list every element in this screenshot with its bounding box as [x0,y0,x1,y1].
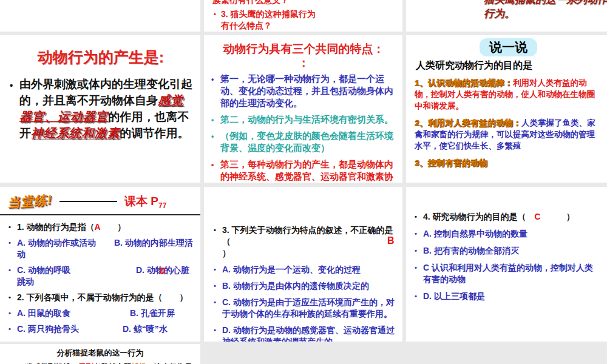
question-2-options-cd: C. 两只狗抢骨头D. 鲸“喷”水 [7,323,194,335]
feature-2-example: （例如，变色龙皮肤的颜色会随着生活环境背景、温度的变化而改变） [210,130,398,154]
slide-three-features[interactable]: 动物行为具有三个共同的特点： ： 第一，无论哪一种动物行为，都是一个运动、变化的… [204,35,402,183]
slide-title: 动物行为的产生是: [7,47,194,67]
option-b: B. 孔雀开屏 [130,308,175,318]
slide-quiz-1-2[interactable]: 当堂练! 课本 P77 1. 动物的行为是指（A ） A. 动物的动作或活动B.… [0,187,200,342]
option-d: D. 鲸“喷”水 [123,324,168,334]
purpose-item-1-head: 1、认识动物的活动规律： [415,78,513,87]
origin-seg3: 的调节作用。 [120,127,189,140]
slide-thumb-owl-questions[interactable]: 族繁衍有什么意义？ 3. 猫头鹰的这种捕鼠行为 有什么特点？ [204,0,402,32]
feature-1: 第一，无论哪一种动物行为，都是一个运动、变化的动态过程，并且包括动物身体内部的生… [210,73,398,109]
textbook-page-ref: 课本 P77 [124,194,166,210]
option-b: B. 动物行为是由体内的遗传物质决定的 [212,280,395,292]
option-c: C. 两只狗抢骨头 [17,324,79,334]
question-2: 2. 下列各项中，不属于动物行为的是（ ） [7,292,194,303]
question-2-options-ab: A. 田鼠的取食B. 孔雀开屏 [7,308,194,319]
question-3-line: 3. 猫头鹰的这种捕鼠行为 [212,8,402,20]
slide-research-purpose[interactable]: 说一说 人类研究动物行为的目的是 1、认识动物的活动规律：利用对人类有益的动物，… [406,35,607,183]
option-d: D. 以上三项都是 [413,291,601,302]
purpose-item-2: 2、利用对人类有益的动物：人类掌握了鱼类、家禽和家畜的行为规律，可以提高对这些动… [415,117,602,152]
slide-grid: 族繁衍有什么意义？ 3. 猫头鹰的这种捕鼠行为 有什么特点？ 猫头鹰捕鼠的这一系… [0,0,607,364]
question-4: 4. 研究动物行为的目的是（ C ） [413,211,601,223]
option-a: A. 控制自然界中动物的数量 [413,228,601,240]
cut-text-line: 猫头鹰捕鼠的这一系列动作都是动物 [484,0,607,7]
cut-text-line: 族繁衍有什么意义？ [212,0,402,6]
slide-thumb-owl-conclusion[interactable]: 猫头鹰捕鼠的这一系列动作都是动物 行为。 [406,0,607,32]
option-c: C 认识和利用对人类有益的动物，控制对人类有害的动物 [413,262,601,285]
slide-title-colon: ： [210,57,398,69]
slide-title: 动物行为具有三个共同的特点： [210,41,398,57]
origin-keyword-nervous-system: 神经系统和激素 [31,126,120,140]
question-1: 1. 动物的行为是指（A ） [7,221,194,233]
option-a: A. 动物行为是一个运动、变化的过程 [212,264,395,275]
slide-quiz-4[interactable]: 4. 研究动物行为的目的是（ C ） A. 控制自然界中动物的数量 B. 把有害… [406,187,607,342]
purpose-item-3: 3、控制有害的动物 [415,157,602,169]
feature-2: 第二，动物的行为与生活环境有密切关系。 [210,113,398,126]
option-c: C. 动物的呼吸 [17,265,70,275]
speak-up-badge: 说一说 [480,38,537,56]
answer-marker-c: C [535,212,541,221]
conclusion-line: 行为。 [484,7,607,21]
analysis-title: 分析猫捉老鼠的这一行为 [6,348,194,359]
question-3-wrap: 有什么特点？ [212,20,402,32]
page-number: 77 [158,201,166,209]
answer-marker-b: B [387,235,395,246]
slide-quiz-3[interactable]: 3. 下列关于动物行为特点的叙述，不正确的是（）B A. 动物行为是一个运动、变… [204,187,402,342]
option-a: A. 动物的动作或活动 [17,238,96,248]
practice-wordart: 当堂练! [7,191,53,211]
question-1-options-ab: A. 动物的动作或活动B. 动物的内部生理活动 [7,237,194,260]
header-dash-line [59,201,117,202]
origin-paragraph: 由外界刺激或体内的生理变化引起的，并且离不开动物体自身感觉器官、运动器官的作用，… [7,76,194,141]
purpose-subtitle: 人类研究动物行为的目的是 [416,59,602,72]
purpose-item-2-head: 2、利用对人类有益的动物： [415,118,521,127]
slide-cat-mouse-analysis[interactable]: 分析猫捉老鼠的这一行为 1、猫感觉到饥饿，看到老鼠就立即捕捉。这个行为是 [0,344,200,364]
quiz-header: 当堂练! 课本 P77 [7,193,194,210]
answer-marker-a: A [95,222,101,232]
question-3: 3. 下列关于动物行为特点的叙述，不正确的是（）B [212,224,395,259]
purpose-item-1: 1、认识动物的活动规律：利用对人类有益的动物，控制对人类有害的动物，使人和动物在… [415,77,602,112]
option-c: C. 动物行为是由于适应生活环境而产生的，对于动物个体的生存和种族的延续有重要作… [212,297,395,320]
feature-3: 第三，每种动物行为的产生，都是动物体内的神经系统、感觉器官、运动器官和激素协调作… [210,158,398,183]
header-rule [0,214,200,215]
option-b: B. 把有害的动物全部消灭 [413,245,601,257]
slide-behavior-origin[interactable]: 动物行为的产生是: 由外界刺激或体内的生理变化引起的，并且离不开动物体自身感觉器… [0,35,200,183]
answer-marker-d: D [159,265,166,276]
purpose-item-3-head: 3、控制有害的动物 [415,158,487,167]
option-a: A. 田鼠的取食 [17,308,70,318]
question-1-options-cd: C. 动物的呼吸D. 动物的心脏跳动D [7,265,194,288]
slide-thumb-blank[interactable] [0,0,200,32]
option-d: D. 动物行为是动物的感觉器官、运动器官通过神经系统和激素的调节产生的 [212,325,395,342]
